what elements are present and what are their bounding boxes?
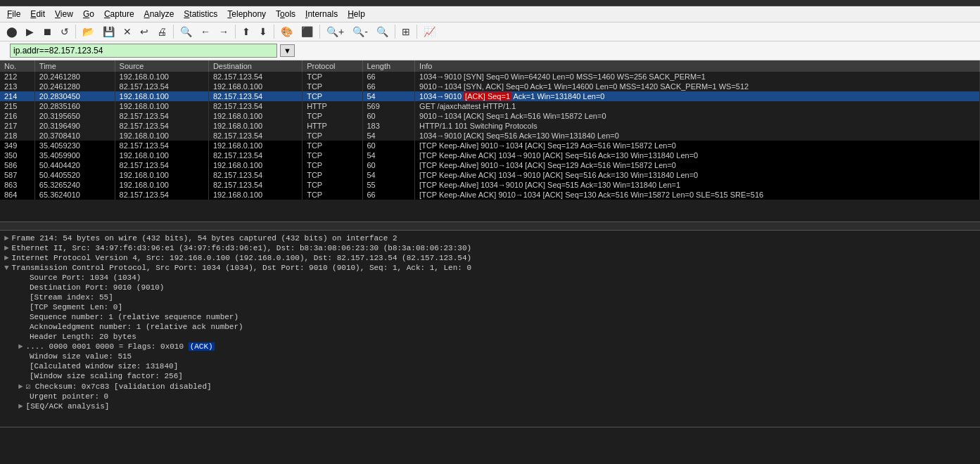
table-row[interactable]: 21520.2835160192.168.0.10082.157.123.54H…	[0, 101, 980, 111]
menu-capture[interactable]: Capture	[100, 8, 139, 20]
detail-text: Destination Port: 9010 (9010)	[30, 283, 164, 292]
detail-text: Sequence number: 1 (relative sequence nu…	[30, 313, 238, 321]
toolbar-open-btn[interactable]: 📂	[79, 24, 98, 39]
apply-button[interactable]	[314, 49, 320, 52]
toolbar-first-btn[interactable]: ⬇	[255, 24, 271, 39]
detail-row[interactable]: Acknowledgment number: 1 (relative ack n…	[4, 322, 976, 332]
menu-file[interactable]: File	[3, 8, 25, 20]
detail-row[interactable]: ►.... 0000 0001 0000 = Flags: 0x010 (ACK…	[4, 342, 976, 352]
table-row[interactable]: 34935.405923082.157.123.54192.168.0.100T…	[0, 141, 980, 150]
col-info: Info	[415, 60, 980, 72]
col-source: Source	[115, 60, 208, 72]
table-row[interactable]: 58650.440442082.157.123.54192.168.0.100T…	[0, 160, 980, 170]
toolbar-restart-btn[interactable]: ↺	[57, 24, 72, 39]
menu-edit[interactable]: Edit	[26, 8, 49, 20]
save-button[interactable]	[323, 49, 329, 52]
horizontal-scrollbar[interactable]	[0, 222, 980, 231]
detail-row[interactable]: Urgent pointer: 0	[4, 392, 976, 401]
toolbar-stop-btn[interactable]: ⏹	[39, 24, 56, 39]
table-row[interactable]: 21320.246128082.157.123.54192.168.0.100T…	[0, 82, 980, 91]
detail-row[interactable]: Source Port: 1034 (1034)	[4, 273, 976, 283]
menu-bar: File Edit View Go Capture Analyze Statis…	[0, 6, 980, 22]
menu-help[interactable]: Help	[343, 8, 369, 20]
ack-highlight: (ACK)	[189, 342, 215, 351]
toolbar-sep-7	[416, 25, 417, 39]
detail-row[interactable]: [Window size scaling factor: 256]	[4, 371, 976, 381]
detail-text: [TCP Segment Len: 0]	[30, 303, 122, 311]
col-no: No.	[0, 60, 34, 72]
menu-telephony[interactable]: Telephony	[223, 8, 270, 20]
table-row[interactable]: 58750.4405520192.168.0.10082.157.123.54T…	[0, 170, 980, 180]
table-row[interactable]: 21720.319649082.157.123.54192.168.0.100H…	[0, 121, 980, 131]
detail-panel[interactable]: ►Frame 214: 54 bytes on wire (432 bits),…	[0, 231, 980, 427]
packet-table-header: No. Time Source Destination Protocol Len…	[0, 60, 980, 72]
table-row[interactable]: 21620.319565082.157.123.54192.168.0.100T…	[0, 111, 980, 121]
toolbar-interfaces-btn[interactable]: ⬤	[3, 24, 21, 39]
detail-text: [SEQ/ACK analysis]	[26, 402, 110, 411]
table-row[interactable]: 21220.2461280192.168.0.10082.157.123.54T…	[0, 72, 980, 82]
detail-row[interactable]: ►☑ Checksum: 0x7c83 [validation disabled…	[4, 381, 976, 392]
detail-text: .... 0000 0001 0000 = Flags: 0x010 (ACK)	[26, 342, 215, 351]
detail-text: [Window size scaling factor: 256]	[30, 372, 183, 380]
detail-row[interactable]: [TCP Segment Len: 0]	[4, 302, 976, 312]
toolbar-zoomreset-btn[interactable]: 🔍	[373, 24, 392, 39]
detail-row[interactable]: [Stream index: 55]	[4, 292, 976, 302]
menu-statistics[interactable]: Statistics	[179, 8, 222, 20]
toolbar-colorize-btn[interactable]: 🎨	[277, 24, 296, 39]
clear-button[interactable]	[306, 49, 312, 52]
toolbar-print-btn[interactable]: 🖨	[153, 24, 170, 39]
title-bar	[0, 0, 980, 6]
table-row[interactable]: 21420.2830450192.168.0.10082.157.123.54T…	[0, 91, 980, 101]
table-row[interactable]: 86365.3265240192.168.0.10082.157.123.54T…	[0, 180, 980, 190]
toolbar-back-btn[interactable]: ←	[197, 24, 214, 39]
detail-row[interactable]: ►[SEQ/ACK analysis]	[4, 401, 976, 411]
toolbar-io-graph-btn[interactable]: 📈	[420, 24, 439, 39]
detail-text: Ethernet II, Src: 34:97:f6:d3:96:e1 (34:…	[12, 244, 472, 252]
detail-row[interactable]: ►Ethernet II, Src: 34:97:f6:d3:96:e1 (34…	[4, 243, 976, 253]
detail-text: Header Length: 20 bytes	[30, 333, 136, 341]
detail-rows-container: ►Frame 214: 54 bytes on wire (432 bits),…	[4, 233, 976, 411]
menu-analyze[interactable]: Analyze	[140, 8, 179, 20]
menu-internals[interactable]: Internals	[301, 8, 342, 20]
detail-row[interactable]: Sequence number: 1 (relative sequence nu…	[4, 312, 976, 322]
filter-dropdown-button[interactable]: ▼	[280, 44, 295, 57]
toolbar-resize-cols-btn[interactable]: ⊞	[398, 24, 414, 39]
detail-text: Internet Protocol Version 4, Src: 192.16…	[12, 254, 472, 262]
detail-row[interactable]: Destination Port: 9010 (9010)	[4, 283, 976, 292]
detail-text: Acknowledgment number: 1 (relative ack n…	[30, 323, 243, 331]
menu-tools[interactable]: Tools	[272, 8, 300, 20]
packet-list[interactable]: No. Time Source Destination Protocol Len…	[0, 60, 980, 222]
detail-text: Window size value: 515	[30, 352, 132, 361]
toolbar-save-btn[interactable]: 💾	[99, 24, 118, 39]
detail-text: Source Port: 1034 (1034)	[30, 273, 141, 282]
packet-table-body: 21220.2461280192.168.0.10082.157.123.54T…	[0, 72, 980, 200]
menu-view[interactable]: View	[51, 8, 77, 20]
col-length: Length	[362, 60, 415, 72]
info-highlight: [ACK] Seq=1	[464, 92, 511, 101]
detail-row[interactable]: ▼Transmission Control Protocol, Src Port…	[4, 263, 976, 273]
detail-row[interactable]: Window size value: 515	[4, 352, 976, 361]
detail-row[interactable]: ►Internet Protocol Version 4, Src: 192.1…	[4, 253, 976, 263]
expand-icon: ►	[4, 234, 9, 243]
table-row[interactable]: 35035.4059900192.168.0.10082.157.123.54T…	[0, 150, 980, 160]
toolbar-start-btn[interactable]: ▶	[23, 24, 37, 39]
toolbar-close-btn[interactable]: ✕	[120, 24, 135, 39]
detail-text: Frame 214: 54 bytes on wire (432 bits), …	[12, 234, 397, 243]
table-row[interactable]: 21820.3708410192.168.0.10082.157.123.54T…	[0, 131, 980, 141]
toolbar-autoscroll-btn[interactable]: ⬛	[298, 24, 317, 39]
toolbar-goto-btn[interactable]: ⬆	[238, 24, 254, 39]
expand-icon: ►	[4, 254, 9, 262]
detail-row[interactable]: [Calculated window size: 131840]	[4, 361, 976, 371]
toolbar-zoomout-btn[interactable]: 🔍-	[349, 24, 371, 39]
menu-go[interactable]: Go	[79, 8, 98, 20]
table-row[interactable]: 86465.362401082.157.123.54192.168.0.100T…	[0, 190, 980, 200]
toolbar-reload-btn[interactable]: ↩	[136, 24, 152, 39]
expression-button[interactable]	[298, 49, 303, 52]
toolbar-forward-btn[interactable]: →	[215, 24, 232, 39]
detail-row[interactable]: Header Length: 20 bytes	[4, 332, 976, 342]
expand-icon: ►	[18, 382, 23, 391]
detail-row[interactable]: ►Frame 214: 54 bytes on wire (432 bits),…	[4, 233, 976, 243]
toolbar-zoomin-btn[interactable]: 🔍+	[323, 24, 348, 39]
toolbar-find-btn[interactable]: 🔍	[177, 24, 196, 39]
filter-input[interactable]	[10, 44, 277, 58]
